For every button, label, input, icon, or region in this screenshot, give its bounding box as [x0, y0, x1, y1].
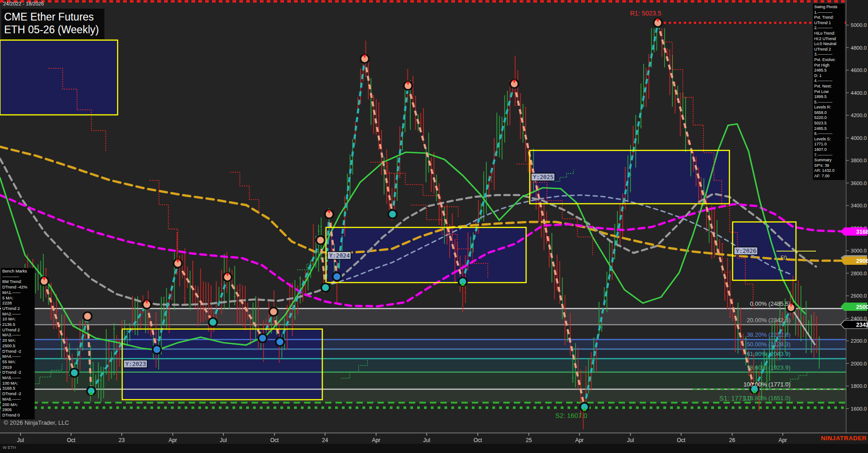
swing-pivots-line: Pvt High	[814, 63, 843, 68]
bench-marks-line: 2500.5	[2, 344, 33, 349]
fib-level-label: 0.00% (2485.5)	[750, 300, 790, 307]
swing-pivots-line: 3.-----------	[814, 52, 843, 57]
time-axis-label: Apr	[575, 437, 584, 443]
ninjatrader-brand-label: NINJATRADER	[821, 435, 867, 442]
swing-pivots-lines: 1.-----------Pvt. Trend:UTrend 12.------…	[814, 10, 843, 179]
price-axis-label: 2800.0	[851, 271, 867, 276]
swing-pivots-title: Swing Pivots	[814, 5, 843, 10]
bench-marks-line: MA4.------	[2, 354, 33, 360]
price-axis-label: 1600.0	[851, 406, 867, 412]
swing-pivots-line: Pvt Low	[814, 89, 843, 95]
price-axis-label: 4200.0	[851, 113, 867, 118]
time-axis-label: Oct	[677, 437, 686, 443]
swing-pivots-line: Lo:0 Neutral	[814, 41, 843, 47]
time-axis-label: Apr	[779, 437, 787, 443]
swing-pivots-line: Hi:2 UTrend	[814, 36, 843, 42]
copyright-label: © 2026 NinjaTrader, LLC	[4, 419, 69, 426]
fib-level-label: 100.00% (1771.0)	[744, 381, 790, 388]
swing-pivots-line: 1899.5	[814, 94, 843, 100]
bench-marks-line: MA6.------	[2, 397, 33, 402]
time-axis-label: Apr	[169, 437, 177, 443]
swing-pivots-line: Pvt. Trend:	[814, 15, 843, 21]
price-axis-label: 2600.0	[851, 293, 867, 299]
swing-pivots-line: HiLo Trend:	[814, 31, 843, 36]
bench-marks-line: ------------	[2, 274, 33, 280]
pivot-low-dot	[154, 346, 160, 353]
fib-level-label: 50.00% (2128.3)	[747, 341, 790, 348]
swing-pivots-panel: Swing Pivots 1.-----------Pvt. Trend:UTr…	[813, 4, 845, 180]
pivot-low-dot	[277, 339, 284, 345]
price-axis-label: 3600.0	[851, 180, 867, 186]
swing-pivots-line: 5.-----------	[814, 100, 843, 105]
price-axis-label: 5000.0	[851, 22, 867, 28]
swing-pivots-line: 1.-----------	[814, 10, 843, 15]
bench-marks-line: BM Trend:	[2, 279, 33, 285]
swing-pivots-line: SP's: 39	[814, 163, 843, 169]
bench-marks-line: DTrend 0	[2, 413, 33, 418]
f0-label: F0	[780, 255, 787, 261]
swing-pivots-line: UTrend 1	[814, 21, 843, 26]
bench-marks-line: MA3.------	[2, 333, 33, 338]
pivot-low-dot	[322, 284, 329, 291]
year-label-text: Y:2024	[329, 252, 350, 259]
fib-level-label: 61.80% (2043.9)	[747, 350, 790, 357]
price-axis-label: 1800.0	[851, 383, 867, 389]
time-axis-label: 25	[526, 437, 532, 443]
chart-title: CME Ether Futures ETH 05-26 (Weekly)	[1, 9, 104, 39]
price-marker-text: 2500.7	[856, 304, 868, 310]
swing-pivots-line: 6.-----------	[814, 131, 843, 137]
swing-pivots-line: Levels S:	[814, 137, 843, 142]
bench-marks-line: 2136.5	[2, 322, 33, 328]
pivot-high-dot	[317, 237, 324, 244]
fib-level-label: 78.60% (1923.9)	[747, 364, 790, 371]
bench-marks-panel: Bench Marks ------------BM Trend:DTrend …	[1, 268, 35, 419]
time-axis-label: Jul	[220, 437, 227, 443]
swing-pivots-line: 2485.5	[814, 126, 843, 132]
bench-marks-line: MA5.------	[2, 376, 33, 381]
instrument-tag: W ETH	[3, 445, 16, 450]
swing-pivots-line: 2485.5	[814, 68, 843, 73]
bench-marks-line: DTrend -42%	[2, 285, 33, 290]
pivot-low-dot	[389, 211, 396, 218]
bench-marks-line: DTrend -2	[2, 370, 33, 376]
price-marker-text: 2343.5	[856, 322, 868, 328]
time-axis-label: 26	[729, 437, 735, 443]
time-axis-label: Oct	[474, 437, 482, 443]
bench-marks-line: 2906	[2, 407, 33, 413]
bench-marks-line: UTrend 2	[2, 306, 33, 312]
pivot-low-dot	[259, 335, 266, 342]
pivot-low-dot	[210, 319, 217, 326]
year-range-box	[0, 40, 118, 115]
bench-marks-line: 5 MA:	[2, 296, 33, 301]
price-axis-label: 3000.0	[851, 248, 867, 253]
price-axis-label: 2000.0	[851, 361, 867, 366]
title-line1: CME Ether Futures	[4, 10, 99, 23]
swing-pivots-line: 2.-----------	[814, 26, 843, 31]
swing-pivots-line: UTrend 2	[814, 47, 843, 52]
price-axis-label: 2200.0	[851, 338, 867, 344]
swing-pivots-line: AF: 7.00	[814, 174, 843, 179]
swing-pivots-line: D: 1	[814, 73, 843, 79]
price-axis-label: 4800.0	[851, 45, 867, 51]
date-range-label: 24/2022 - 18/2026	[3, 1, 44, 6]
price-axis-label: 4400.0	[851, 90, 867, 96]
swing-pivots-line: 1607.0	[814, 147, 843, 153]
r1-label: R1: 5023.5	[630, 10, 661, 17]
time-axis-label: Apr	[372, 437, 381, 443]
time-axis-label: Jul	[17, 437, 24, 443]
price-axis-label: 3400.0	[851, 203, 867, 208]
price-chart-canvas[interactable]: Y:2023Y:2024Y:2025Y:20260.00% (2485.5)20…	[0, 0, 868, 453]
bench-marks-title: Bench Marks	[2, 269, 33, 274]
swing-pivots-line: Pvt. Evolve:	[814, 57, 843, 63]
bench-marks-lines: ------------BM Trend:DTrend -42%MA1.----…	[2, 274, 33, 418]
bench-marks-line: 100 MA:	[2, 381, 33, 386]
year-label-text: Y:2023	[125, 360, 146, 367]
swing-pivots-line: 4.-----------	[814, 78, 843, 84]
bench-marks-line: 200 MA:	[2, 402, 33, 408]
swing-pivots-line: 7.-----------	[814, 153, 843, 158]
bench-marks-line: 2919	[2, 365, 33, 371]
time-axis-label: 24	[322, 437, 328, 443]
price-axis-label: 3800.0	[851, 158, 867, 163]
swing-pivots-line: AR: 1432.0	[814, 168, 843, 174]
time-axis-label: 23	[119, 437, 125, 443]
